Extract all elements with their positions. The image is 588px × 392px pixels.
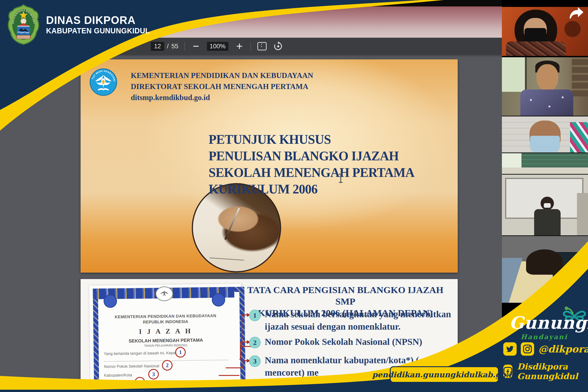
twitter-button[interactable]: [503, 342, 517, 356]
ministry-line1: KEMENTERIAN PENDIDIKAN DAN KEBUDAYAAN: [131, 70, 313, 81]
list-item-2: Nomor Pokok Sekolah Nasional (NPSN): [265, 336, 422, 348]
zoom-level-input[interactable]: 100%: [207, 42, 228, 51]
dikpora-crest-logo: DHAKSINARGA BHUMIKARTA GUNUNGKIDUL: [7, 4, 40, 45]
plus-icon: [237, 44, 242, 49]
fabric-background: [570, 122, 588, 152]
list-item-3-badge: 3: [249, 356, 261, 367]
browser-chrome-band: [115, 6, 502, 38]
share-icon[interactable]: [568, 6, 584, 20]
minus-icon: [193, 46, 199, 47]
participant-video-5[interactable]: [502, 174, 588, 235]
rotate-icon: [273, 41, 283, 51]
website-url: pendidikan.gunungkidulkab.go.id: [372, 370, 517, 379]
list-item-1-line2: ijazah sesuai dengan nomenklatur.: [265, 320, 451, 333]
svg-text:GUNUNGKIDUL: GUNUNGKIDUL: [16, 36, 31, 38]
classroom-window: [502, 153, 521, 168]
social-handle: @dikpora_gk: [538, 344, 588, 355]
zoom-in-button[interactable]: [234, 41, 244, 51]
website-badge: pendidikan.gunungkidulkab.go.id: [390, 366, 499, 383]
slide1-title-line1: PETUNJUK KHUSUS: [209, 131, 414, 148]
header-branding: DHAKSINARGA BHUMIKARTA GUNUNGKIDUL DINAS…: [7, 4, 154, 45]
gunungkidul-wordmark: Gunungkidul: [509, 313, 588, 333]
header-org-name: DINAS DIKPORA: [46, 14, 150, 26]
ministry-header: KEMENTERIAN PENDIDIKAN DAN KEBUDAYAAN DI…: [131, 70, 313, 103]
page-total: 55: [171, 43, 178, 50]
participant-3-blue-mask: [530, 136, 560, 152]
ministry-line2: DIREKTORAT SEKOLAH MENENGAH PERTAMA: [131, 81, 313, 92]
slide1-title-line4: KURIKULUM 2006: [209, 181, 414, 198]
header-org-region: KABUPATEN GUNUNGKIDUL: [46, 26, 150, 35]
classroom-green-board: [521, 153, 588, 168]
instagram-button[interactable]: [521, 342, 534, 356]
zoom-out-button[interactable]: [191, 41, 201, 51]
slide2-title-line1: TATA CARA PENGISIAN BLANGKO IJAZAH SMP: [239, 284, 451, 307]
participant-1-shirt: [506, 42, 566, 56]
slide1-title-line2: PENULISAN BLANGKO IJAZAH: [209, 148, 414, 164]
social-row-1: @dikpora_gk: [503, 342, 588, 356]
list-item-2-badge: 2: [249, 337, 261, 348]
participant-6-head: [526, 249, 563, 275]
participant-1-mask: [524, 28, 546, 43]
handayani-tagline: Handayani: [521, 333, 568, 341]
fit-page-icon: [257, 42, 267, 50]
page-separator: /: [167, 43, 169, 50]
participant-5-body: [534, 209, 561, 235]
facebook-page-name: Disdikpora Gunungkidul: [517, 362, 588, 381]
participant-video-6[interactable]: [502, 235, 588, 303]
window-background: [502, 57, 527, 92]
cabinet-background: [577, 193, 588, 235]
participant-video-3[interactable]: [502, 116, 588, 152]
toolbar-divider: [184, 42, 185, 50]
text-cursor: [340, 174, 341, 182]
participant-2-batik-shirt: [520, 90, 573, 116]
list-item-1: Nama sekolah bersangkutan yang menerbitk…: [265, 308, 451, 333]
screenshot-stage: 12 / 55 100% TUT WURI HAND: [0, 0, 588, 392]
participant-6-face: [558, 268, 579, 290]
slide1-title-line3: SEKOLAH MENENGAH PERTAMA: [209, 164, 414, 181]
participant-video-2[interactable]: [502, 56, 588, 116]
slide-1: TUT WURI HANDAYANI KEMENTERIAN PENDIDIKA…: [81, 59, 458, 272]
fit-page-button[interactable]: [257, 41, 267, 51]
participant-video-4[interactable]: [502, 152, 588, 174]
participant-2-face: [536, 64, 558, 91]
list-item-1-line1: Nama sekolah bersangkutan yang menerbitk…: [265, 308, 451, 320]
slide1-title: PETUNJUK KHUSUS PENULISAN BLANGKO IJAZAH…: [209, 131, 414, 198]
rotate-button[interactable]: [273, 41, 283, 51]
participant-5-mask: [544, 203, 551, 208]
instagram-icon: [523, 344, 532, 354]
ministry-line3: ditsmp.kemdikbud.go.id: [131, 92, 313, 103]
toolbar-divider: [250, 42, 251, 50]
tut-wuri-handayani-logo: TUT WURI HANDAYANI: [89, 68, 117, 96]
list-item-3-line1: Nama nomenklatur kabupaten/kota*) (: [265, 354, 419, 366]
list-item-1-badge: 1: [249, 310, 261, 321]
bookshelf-background: [572, 57, 588, 96]
twitter-icon: [506, 344, 514, 353]
